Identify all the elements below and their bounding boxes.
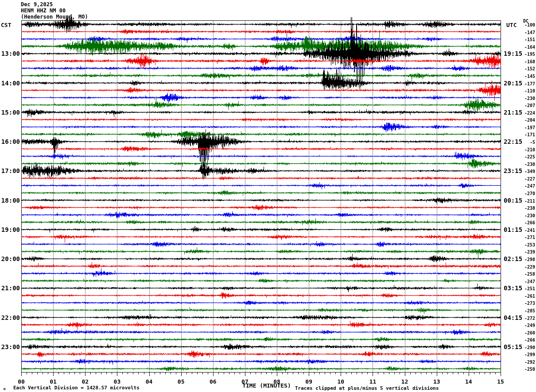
minute-tick-label: 05	[174, 378, 189, 385]
minute-tick-label: 06	[206, 378, 221, 385]
hour-label: 21:00	[0, 285, 20, 291]
dc-value: -247	[517, 280, 535, 284]
dc-value: -177	[517, 82, 535, 86]
dc-value: -247	[517, 184, 535, 188]
dc-value: -241	[517, 228, 535, 233]
dc-value: -147	[517, 31, 535, 35]
dc-value: -271	[517, 235, 535, 240]
dc-value: -100	[517, 23, 535, 27]
dc-value: -270	[517, 192, 535, 196]
dc-value: -253	[517, 243, 535, 247]
left-timezone-label: CST	[1, 22, 11, 28]
dc-value: -204	[517, 118, 535, 123]
hour-label: 17:00	[0, 168, 20, 174]
dc-value: -285	[517, 309, 535, 313]
dc-value: -225	[517, 155, 535, 159]
header-location: (Henderson Mound, MO)	[21, 14, 88, 20]
dc-value: -152	[517, 67, 535, 71]
dc-value: -5	[517, 140, 535, 145]
dc-value: -299	[517, 353, 535, 357]
hour-label: 23:00	[0, 344, 20, 350]
dc-value: -238	[517, 206, 535, 211]
helicorder-canvas	[0, 0, 536, 392]
dc-value: -207	[517, 104, 535, 108]
dc-value: -261	[517, 294, 535, 299]
hour-label: 22:00	[0, 315, 20, 321]
dc-value: -273	[517, 301, 535, 306]
dc-value: -211	[517, 199, 535, 204]
hour-label: 19:00	[0, 227, 20, 233]
hour-label: 20:00	[0, 256, 20, 262]
dc-value: -239	[517, 250, 535, 254]
minute-tick-label: 09	[301, 378, 316, 385]
dc-value: -168	[517, 60, 535, 64]
dc-value: -197	[517, 126, 535, 130]
dc-value: -272	[517, 316, 535, 321]
right-timezone-label: UTC	[506, 22, 517, 28]
dc-value: -195	[517, 52, 535, 57]
footer-clip-note: Traces clipped at plus/minus 5 vertical …	[295, 385, 439, 391]
dc-value: -292	[517, 360, 535, 365]
minute-tick-label: 03	[109, 378, 124, 385]
dc-value: -171	[517, 133, 535, 137]
minute-tick-label: 00	[14, 378, 29, 385]
minute-tick-label: 14	[461, 378, 476, 385]
minute-tick-label: 13	[429, 378, 444, 385]
dc-value: -250	[517, 367, 535, 372]
minute-tick-label: 11	[365, 378, 380, 385]
dc-value: -258	[517, 272, 535, 277]
minute-tick-label: 12	[397, 378, 412, 385]
dc-value: -230	[517, 214, 535, 218]
dc-value: -260	[517, 331, 535, 335]
minute-tick-label: 01	[46, 378, 61, 385]
dc-value: -249	[517, 323, 535, 328]
dc-value: -266	[517, 221, 535, 225]
dc-value: -230	[517, 96, 535, 101]
helicorder-page: { "header": { "date": "Dec 9,2025", "sta…	[0, 0, 536, 392]
hour-label: 13:00	[0, 50, 20, 57]
header-station: HENM HHZ NM 00	[21, 8, 88, 14]
dc-value: -298	[517, 257, 535, 262]
dc-value: -251	[517, 287, 535, 291]
hour-label: 15:00	[0, 109, 20, 115]
dc-value: -230	[517, 162, 535, 167]
dc-value: -224	[517, 111, 535, 115]
x-axis-title: TIME (MINUTES)	[231, 382, 302, 389]
header-block: Dec 9,2025 HENM HHZ NM 00 (Henderson Mou…	[21, 1, 88, 20]
dc-value: -145	[517, 74, 535, 79]
minute-tick-label: 02	[78, 378, 93, 385]
dc-value: -290	[517, 346, 535, 350]
dc-value: -229	[517, 265, 535, 269]
dc-value: -151	[517, 38, 535, 42]
hour-label: 18:00	[0, 197, 20, 204]
watermark-mark: M	[4, 388, 5, 391]
minute-tick-label: 15	[493, 378, 508, 385]
hour-label: 16:00	[0, 138, 20, 145]
header-date: Dec 9,2025	[21, 1, 88, 8]
dc-value: -227	[517, 177, 535, 181]
minute-tick-label: 10	[333, 378, 348, 385]
footer-scale-note: Each Vertical Division = 1428.57 microvo…	[13, 385, 140, 391]
dc-value: -266	[517, 338, 535, 342]
minute-tick-label: 04	[142, 378, 157, 385]
dc-value: -210	[517, 148, 535, 152]
dc-value: -110	[517, 89, 535, 93]
dc-value: -164	[517, 45, 535, 50]
hour-label: 14:00	[0, 80, 20, 86]
dc-value: -349	[517, 169, 535, 174]
